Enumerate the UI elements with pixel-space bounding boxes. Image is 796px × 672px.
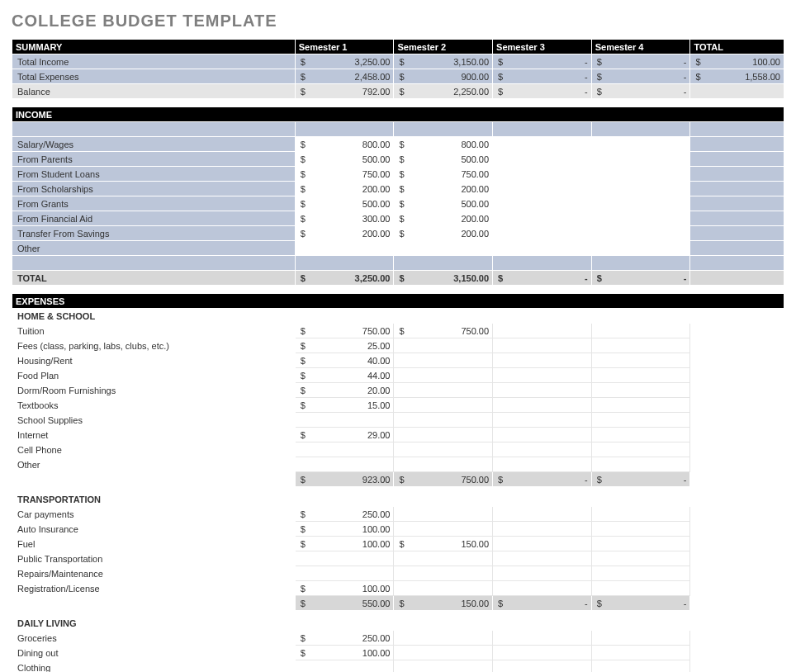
- expense-row: Groceries$250.00: [12, 631, 784, 646]
- income-total-row: TOTAL$3,250.00$3,150.00$-$-: [12, 271, 784, 286]
- expense-row: Public Transportation: [12, 551, 784, 566]
- budget-table: SUMMARYSemester 1Semester 2Semester 3Sem…: [12, 39, 784, 672]
- expense-row: Fuel$100.00$150.00: [12, 537, 784, 551]
- income-header: INCOME: [12, 107, 784, 122]
- expense-row: Repairs/Maintenance: [12, 566, 784, 581]
- page-title: COLLEGE BUDGET TEMPLATE: [12, 12, 784, 31]
- income-row: From Student Loans$750.00$750.00: [12, 167, 784, 182]
- expense-section-header: TRANSPORTATION: [12, 492, 784, 507]
- expense-row: Dining out$100.00: [12, 646, 784, 660]
- expense-row: Auto Insurance$100.00: [12, 522, 784, 537]
- income-row: From Financial Aid$300.00$200.00: [12, 211, 784, 226]
- summary-header: SUMMARYSemester 1Semester 2Semester 3Sem…: [12, 40, 784, 54]
- income-row: Other: [12, 241, 784, 256]
- summary-row: Balance$792.00$2,250.00$-$-: [12, 84, 784, 99]
- income-row: From Grants$500.00$500.00: [12, 196, 784, 211]
- expense-subtotal-row: $923.00$750.00$-$-: [12, 472, 784, 487]
- income-row: Transfer From Savings$200.00$200.00: [12, 226, 784, 241]
- expense-row: Fees (class, parking, labs, clubs, etc.)…: [12, 338, 784, 353]
- expense-row: Internet$29.00: [12, 428, 784, 442]
- income-row: From Parents$500.00$500.00: [12, 152, 784, 167]
- summary-row: Total Expenses$2,458.00$900.00$-$-$1,558…: [12, 69, 784, 84]
- expense-section-header: HOME & SCHOOL: [12, 309, 784, 324]
- income-row: Salary/Wages$800.00$800.00: [12, 137, 784, 152]
- expense-row: Clothing: [12, 660, 784, 673]
- expense-row: Tuition$750.00$750.00: [12, 324, 784, 338]
- expense-subtotal-row: $550.00$150.00$-$-: [12, 596, 784, 611]
- expense-row: Other: [12, 457, 784, 472]
- expense-row: School Supplies: [12, 413, 784, 428]
- expense-row: Food Plan$44.00: [12, 368, 784, 383]
- expenses-header: EXPENSES: [12, 294, 784, 309]
- expense-row: Cell Phone: [12, 442, 784, 457]
- expense-row: Textbooks$15.00: [12, 398, 784, 413]
- expense-row: Registration/License$100.00: [12, 581, 784, 596]
- expense-section-header: DAILY LIVING: [12, 616, 784, 631]
- expense-row: Car payments$250.00: [12, 507, 784, 522]
- expense-row: Housing/Rent$40.00: [12, 353, 784, 368]
- income-row: From Scholarships$200.00$200.00: [12, 182, 784, 196]
- expense-row: Dorm/Room Furnishings$20.00: [12, 383, 784, 398]
- summary-row: Total Income$3,250.00$3,150.00$-$-$100.0…: [12, 54, 784, 69]
